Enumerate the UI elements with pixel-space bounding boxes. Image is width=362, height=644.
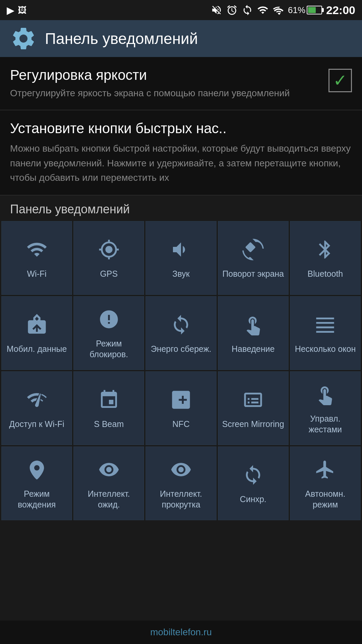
alarm-icon — [226, 4, 238, 16]
nfc-label: NFC — [172, 419, 189, 430]
grid-row-1: Wi-Fi GPS Звук Поворот экрана Bluetooth — [1, 221, 361, 295]
grid-item-bluetooth[interactable]: Bluetooth — [290, 221, 361, 295]
multiwindow-label: Несколько окон — [295, 343, 356, 355]
grid-item-multiwindow[interactable]: Несколько окон — [290, 296, 361, 370]
image-icon: 🖼 — [18, 5, 26, 15]
wifi-status-icon — [257, 4, 268, 16]
grid-row-3: Доступ к Wi-Fi S Beam NFC Screen Mirrori… — [1, 371, 361, 445]
sound-label: Звук — [172, 268, 189, 279]
bluetooth-icon — [314, 239, 336, 264]
buttons-desc: Можно выбрать кнопки быстрой настройки, … — [10, 141, 352, 185]
grid-item-nfc[interactable]: NFC — [145, 371, 216, 445]
gps-icon — [98, 239, 120, 264]
status-right: 61% 22:00 — [211, 4, 355, 17]
block-mode-label: Режим блокиров. — [77, 338, 140, 360]
driving-mode-icon — [26, 459, 48, 484]
grid-item-mobile-data[interactable]: Мобил. данные — [1, 296, 72, 370]
wifi-access-label: Доступ к Wi-Fi — [9, 419, 64, 430]
buttons-title: Установите кнопки быстрых нас.. — [10, 120, 352, 137]
battery-icon — [307, 6, 322, 14]
sync-icon — [242, 464, 264, 489]
smart-scroll-icon — [170, 459, 192, 484]
grid-item-rotate[interactable]: Поворот экрана — [218, 221, 289, 295]
block-mode-icon — [98, 309, 120, 333]
brightness-text-block: Регулировка яркости Отрегулируйте яркост… — [10, 67, 322, 100]
grid-item-screen-mirroring[interactable]: Screen Mirroring — [218, 371, 289, 445]
sync-label: Синхр. — [240, 494, 266, 505]
brightness-title: Регулировка яркости — [10, 67, 322, 83]
grid-row-2: Мобил. данные Режим блокиров. Энерго сбе… — [1, 296, 361, 370]
grid-item-wifi-access[interactable]: Доступ к Wi-Fi — [1, 371, 72, 445]
checkmark-icon: ✓ — [333, 72, 347, 89]
grid-item-power-save[interactable]: Энерго сбереж. — [145, 296, 216, 370]
smart-scroll-label: Интеллект. прокрутка — [149, 488, 213, 510]
signal-icon — [273, 4, 284, 16]
bluetooth-label: Bluetooth — [308, 268, 343, 279]
grid-item-sound[interactable]: Звук — [145, 221, 216, 295]
grid-item-block-mode[interactable]: Режим блокиров. — [73, 296, 144, 370]
grid-item-airplane[interactable]: Автономн. режим — [290, 446, 361, 520]
grid-row-4: Режим вождения Интеллект. ожид. Интеллек… — [1, 446, 361, 520]
nfc-icon — [170, 389, 192, 414]
wifi-access-icon — [26, 389, 48, 414]
brightness-checkbox[interactable]: ✓ — [328, 69, 352, 92]
gps-label: GPS — [100, 268, 118, 279]
battery-container: 61% — [288, 5, 322, 15]
panel-label: Панель уведомлений — [0, 196, 362, 220]
status-bar: ▶ 🖼 61% 22:00 — [0, 0, 362, 20]
header-title: Панель уведомлений — [45, 30, 198, 48]
power-save-icon — [170, 314, 192, 339]
hover-label: Наведение — [232, 343, 275, 355]
grid-item-wifi[interactable]: Wi-Fi — [1, 221, 72, 295]
gesture-icon — [314, 384, 336, 409]
hover-icon — [242, 314, 264, 339]
bottom-logo: mobiltelefon.ru — [150, 627, 212, 638]
mobile-data-icon — [26, 314, 48, 339]
play-icon: ▶ — [7, 4, 14, 16]
grid-item-gps[interactable]: GPS — [73, 221, 144, 295]
driving-mode-label: Режим вождения — [5, 488, 68, 510]
smart-stay-label: Интеллект. ожид. — [77, 488, 140, 510]
sync-status-icon — [242, 4, 253, 16]
section-brightness: Регулировка яркости Отрегулируйте яркост… — [0, 57, 362, 110]
smart-stay-icon — [98, 459, 120, 484]
mute-icon — [211, 4, 222, 16]
status-left: ▶ 🖼 — [7, 4, 26, 16]
quick-settings-grid: Wi-Fi GPS Звук Поворот экрана Bluetooth — [0, 220, 362, 523]
power-save-label: Энерго сбереж. — [151, 343, 212, 355]
grid-item-gesture[interactable]: Управл. жестами — [290, 371, 361, 445]
grid-item-hover[interactable]: Наведение — [218, 296, 289, 370]
panel-label-text: Панель уведомлений — [10, 202, 130, 216]
wifi-label: Wi-Fi — [27, 268, 46, 279]
brightness-desc: Отрегулируйте яркость экрана с помощью п… — [10, 87, 322, 100]
gesture-label: Управл. жестами — [294, 413, 357, 435]
grid-item-sync[interactable]: Синхр. — [218, 446, 289, 520]
battery-fill — [308, 7, 316, 13]
grid-item-driving-mode[interactable]: Режим вождения — [1, 446, 72, 520]
screen-mirroring-label: Screen Mirroring — [222, 419, 284, 430]
sbeam-icon — [98, 389, 120, 414]
rotate-icon — [242, 239, 264, 264]
section-buttons: Установите кнопки быстрых нас.. Можно вы… — [0, 110, 362, 196]
bottom-bar: mobiltelefon.ru — [0, 621, 362, 644]
sbeam-label: S Beam — [94, 419, 124, 430]
mobile-data-label: Мобил. данные — [7, 343, 67, 355]
screen-mirroring-icon — [242, 389, 264, 414]
grid-item-smart-scroll[interactable]: Интеллект. прокрутка — [145, 446, 216, 520]
airplane-icon — [314, 459, 336, 484]
rotate-label: Поворот экрана — [222, 268, 284, 279]
multiwindow-icon — [314, 314, 336, 339]
gear-icon — [10, 25, 37, 52]
wifi-icon — [26, 239, 48, 264]
battery-percent: 61% — [288, 5, 305, 15]
header: Панель уведомлений — [0, 20, 362, 57]
grid-item-smart-stay[interactable]: Интеллект. ожид. — [73, 446, 144, 520]
airplane-label: Автономн. режим — [294, 488, 357, 510]
status-time: 22:00 — [326, 4, 355, 17]
sound-icon — [170, 239, 192, 264]
grid-item-sbeam[interactable]: S Beam — [73, 371, 144, 445]
